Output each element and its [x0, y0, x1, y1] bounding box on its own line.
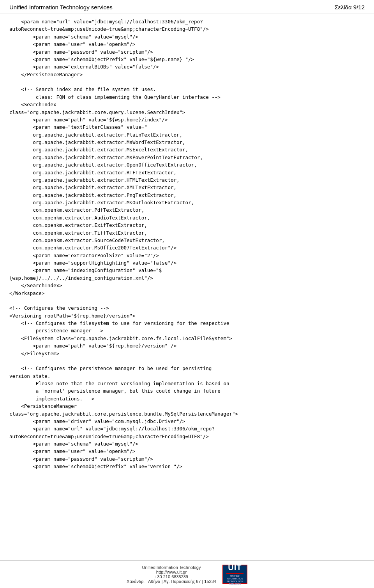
footer-address: Χαλάνδρι - Αθήνα | Αγ. Παρασκευής 67 | 1…	[127, 579, 216, 584]
footer-info: Unified Information Technology http://ww…	[127, 565, 216, 584]
logo-inner: UIT UNIFIED INFORMATION TECHNOLOGY SERVI…	[223, 563, 247, 586]
footer-logo: UIT UNIFIED INFORMATION TECHNOLOGY SERVI…	[222, 565, 247, 584]
page-footer: Unified Information Technology http://ww…	[0, 560, 374, 588]
code-content: <param name="url" value="jdbc:mysql://lo…	[9, 18, 365, 470]
footer-phone: +30 210 6835289	[127, 574, 216, 579]
header-page: Σελίδα 9/12	[335, 4, 365, 11]
header-title: Unified Information Technology services	[9, 4, 113, 11]
logo-sub-text: UNIFIED INFORMATION TECHNOLOGY SERVICES	[223, 575, 247, 586]
logo-uit-text: UIT	[228, 563, 242, 572]
footer-website: http://www.uit.gr	[127, 570, 216, 574]
logo-bar	[226, 573, 243, 574]
page-header: Unified Information Technology services …	[0, 0, 374, 14]
footer-company: Unified Information Technology	[127, 565, 216, 570]
content-area: <param name="url" value="jdbc:mysql://lo…	[0, 14, 374, 502]
